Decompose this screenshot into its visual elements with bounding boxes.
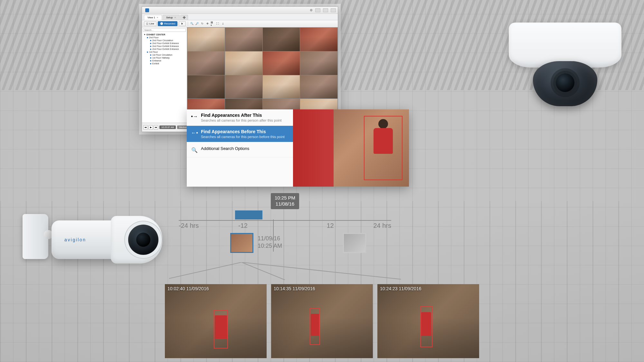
clip-bounding-box[interactable] (214, 310, 228, 349)
camera-tile[interactable] (225, 75, 262, 99)
result-clip[interactable]: 10:24:23 11/09/2016 (377, 284, 479, 358)
result-metadata: 11/09/16 10:25 AM (258, 235, 282, 250)
search-timeline: 10:25 PM 11/08/16 -24 hrs -12 12 24 hrs … (169, 193, 401, 259)
tree-item[interactable]: 2nd Floor Circulation (143, 39, 186, 42)
tree-item[interactable]: 1st Floor Circulation (143, 53, 186, 56)
tree-item[interactable]: 2nd Floor Exhibit Entrance (143, 42, 186, 45)
camera-tile[interactable] (187, 51, 225, 75)
fanout-connector (169, 262, 401, 280)
result-clip[interactable]: 10:02:40 11/09/2016 (165, 284, 267, 358)
toolbar-flag-button[interactable]: ⏵ (179, 21, 186, 26)
clip-timestamp: 10:24:23 11/09/2016 (380, 286, 421, 291)
camera-tile[interactable] (263, 51, 300, 75)
live-icon: ◻ (146, 22, 148, 25)
app-icon (145, 8, 149, 12)
recorded-label: Recorded (164, 22, 175, 25)
clip-bounding-box[interactable] (420, 306, 432, 347)
dome-camera-product (509, 23, 621, 106)
menu-item-title: Find Appearances Before This (201, 129, 289, 134)
camera-tile[interactable] (225, 28, 262, 51)
tab-add[interactable]: ➕ (180, 15, 188, 20)
tab-view-1[interactable]: View 1 ✕ (144, 15, 162, 20)
menu-item-title: Find Appearances After This (201, 113, 289, 118)
playback-time: 10:25:07 AM (159, 125, 176, 129)
export-icon[interactable]: ⤓ (221, 22, 225, 26)
camera-tree[interactable]: ▸EXHIBIT CENTER 2nd Floor2nd Floor Circu… (142, 27, 187, 123)
arrow-dot-left-icon: ←• (191, 130, 198, 136)
camera-grid (187, 27, 338, 123)
search-icon: 🔍 (191, 147, 198, 153)
camera-tile[interactable] (300, 28, 337, 51)
person-bounding-box[interactable] (364, 116, 402, 180)
camera-tile[interactable] (263, 28, 300, 51)
zoom-in-icon[interactable]: 🔎 (195, 22, 199, 26)
bullet-camera-product: avigilon (23, 208, 177, 285)
play-button[interactable]: ▶ (148, 125, 153, 130)
view-tabstrip: View 1 ✕ Setup ✕ ➕ (142, 14, 338, 20)
menu-additional-options[interactable]: 🔍Additional Search Options (187, 142, 293, 157)
layout-icon[interactable]: ▦ ▾ (211, 22, 214, 26)
result-clip[interactable]: 10:14:35 11/09/2016 (271, 284, 373, 358)
scrub-handle[interactable] (235, 210, 262, 219)
minimize-button[interactable] (315, 8, 320, 12)
menu-find-after[interactable]: •→Find Appearances After ThisSearches al… (187, 109, 293, 126)
refresh-icon[interactable]: ↻ (200, 22, 204, 26)
settings-icon[interactable]: ⚙ (310, 8, 313, 12)
tree-search-input[interactable] (143, 28, 186, 32)
clip-timestamp: 10:14:35 11/09/2016 (274, 286, 315, 291)
menu-item-subtitle: Searches all cameras for this person aft… (201, 118, 289, 122)
live-button[interactable]: ◻ Live (144, 21, 156, 26)
window-titlebar[interactable]: ⚙ (142, 7, 338, 14)
next-button[interactable]: ⏭ (154, 125, 158, 130)
camera-tile[interactable] (187, 75, 225, 99)
fullscreen-icon[interactable]: ⛶ (216, 22, 220, 26)
close-icon[interactable]: ✕ (174, 16, 176, 19)
camera-tile[interactable] (300, 75, 337, 99)
result-thumbnail-secondary[interactable] (343, 233, 366, 253)
menu-find-before[interactable]: ←•Find Appearances Before ThisSearches a… (187, 126, 293, 142)
tree-item[interactable]: 2nd Floor Exhibit Entrance (143, 48, 186, 51)
result-clips-row: 10:02:40 11/09/201610:14:35 11/09/201610… (165, 284, 479, 358)
zoom-out-icon[interactable]: 🔍 (190, 22, 194, 26)
tree-item[interactable]: Entrance (143, 59, 186, 62)
pan-icon[interactable]: ✥ (205, 22, 209, 26)
clip-timestamp: 10:02:40 11/09/2016 (167, 286, 209, 291)
menu-item-title: Additional Search Options (201, 146, 289, 151)
tree-item[interactable]: 2nd Floor (143, 36, 186, 39)
detail-frame[interactable] (293, 109, 409, 187)
tab-setup[interactable]: Setup ✕ (163, 15, 180, 20)
context-menu: •→Find Appearances After ThisSearches al… (187, 109, 293, 187)
prev-button[interactable]: ⏮ (143, 125, 148, 130)
tree-item[interactable]: 1st Floor (143, 51, 186, 53)
maximize-button[interactable] (323, 8, 328, 12)
camera-tile[interactable] (263, 75, 300, 99)
result-thumbnail-primary[interactable] (230, 233, 253, 253)
camera-tile[interactable] (187, 28, 225, 51)
recorded-button[interactable]: 🕘 Recorded (158, 21, 178, 26)
live-label: Live (149, 22, 154, 25)
tree-root[interactable]: ▸EXHIBIT CENTER (143, 33, 186, 36)
arrow-dot-right-icon: •→ (191, 113, 198, 120)
appearance-search-panel: •→Find Appearances After ThisSearches al… (187, 109, 409, 187)
camera-tile[interactable] (225, 51, 262, 75)
timeline-badge: 10:25 PM 11/08/16 (271, 193, 299, 209)
scrub-track[interactable]: -24 hrs -12 12 24 hrs (179, 210, 391, 227)
tab-label: Setup (166, 16, 173, 19)
tab-label: View 1 (147, 16, 155, 19)
clock-icon: 🕘 (160, 22, 163, 25)
tree-item[interactable]: Exhibit (143, 62, 186, 65)
close-icon[interactable]: ✕ (156, 16, 158, 19)
tree-item[interactable]: 2nd Floor Exhibit Entrance (143, 45, 186, 48)
bullet-camera-brand: avigilon (64, 237, 86, 242)
tree-item[interactable]: 1st Floor Hallway (143, 56, 186, 59)
menu-item-subtitle: Searches all cameras for this person bef… (201, 135, 289, 139)
camera-tile[interactable] (300, 51, 337, 75)
close-button[interactable] (331, 8, 336, 12)
clip-bounding-box[interactable] (310, 308, 320, 345)
main-toolbar: ◻ Live 🕘 Recorded ⏵ 🔍 🔎 ↻ ✥ ▦ ▾ ⛶ ⤓ (142, 20, 338, 27)
